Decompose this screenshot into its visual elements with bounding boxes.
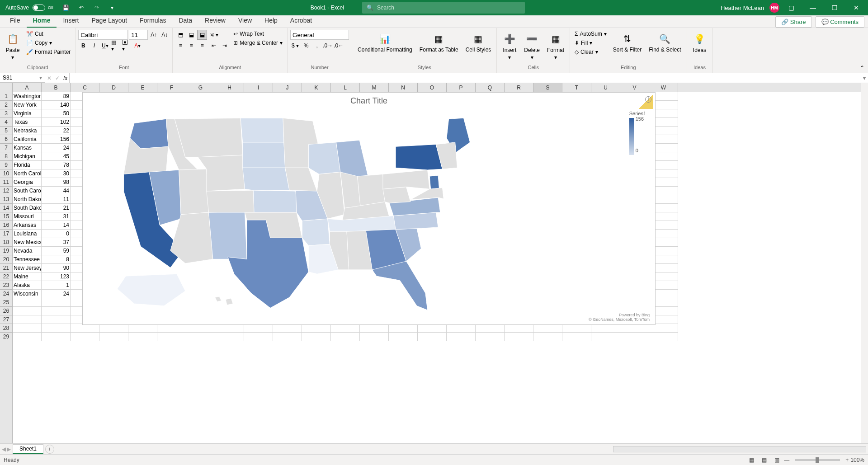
cell[interactable] [418,324,447,333]
cell[interactable]: 37 [42,238,71,247]
cell[interactable]: California [13,135,42,144]
horizontal-scrollbar[interactable] [613,446,866,452]
number-format-select[interactable] [290,30,349,40]
cell[interactable]: 0 [42,230,71,238]
customize-qat-icon[interactable]: ▾ [106,1,118,14]
col-header[interactable]: F [157,83,186,92]
increase-font-icon[interactable]: A↑ [149,30,159,40]
col-header[interactable]: U [591,83,620,92]
cell[interactable] [42,307,71,315]
bold-button[interactable]: B [78,41,88,51]
row-header[interactable]: 3 [0,109,12,118]
cell[interactable]: Michigan [13,152,42,161]
row-header[interactable]: 25 [0,298,12,307]
cell[interactable] [42,315,71,324]
row-header[interactable]: 10 [0,169,12,178]
cell[interactable] [42,324,71,333]
col-header[interactable]: O [418,83,447,92]
cut-button[interactable]: ✂️Cut [24,30,72,38]
cell[interactable]: 123 [42,272,71,281]
sort-filter-button[interactable]: ⇅Sort & Filter [610,30,644,55]
comments-button[interactable]: 💬 Comments [816,16,864,28]
cell[interactable]: Arkansas [13,221,42,230]
cell[interactable] [273,333,302,341]
increase-decimal-icon[interactable]: .0→ [323,41,333,51]
font-color-button[interactable]: A ▾ [132,41,142,51]
cell[interactable]: New Mexico [13,238,42,247]
cell[interactable] [71,324,99,333]
row-header[interactable]: 13 [0,195,12,204]
cell[interactable] [620,324,649,333]
find-select-button[interactable]: 🔍Find & Select [646,30,684,55]
col-header[interactable]: S [533,83,562,92]
cell[interactable] [447,324,476,333]
cell[interactable] [42,333,71,341]
cell[interactable]: 140 [42,101,71,109]
cell[interactable] [562,333,591,341]
cell[interactable] [331,324,360,333]
col-header[interactable]: E [128,83,157,92]
decrease-decimal-icon[interactable]: .0← [334,41,344,51]
row-header[interactable]: 12 [0,187,12,195]
cell[interactable]: 30 [42,169,71,178]
save-icon[interactable]: 💾 [60,1,72,14]
cell[interactable] [476,324,505,333]
zoom-level[interactable]: 100% [850,457,864,463]
tab-acrobat[interactable]: Acrobat [284,14,318,28]
cell[interactable]: Alaska [13,281,42,290]
col-header[interactable]: L [331,83,360,92]
map-chart[interactable]: Chart Title i Series1 156 0 [82,92,656,325]
tab-help[interactable]: Help [258,14,284,28]
increase-indent-icon[interactable]: ⇥ [220,41,230,51]
cell[interactable]: 24 [42,290,71,298]
autosum-button[interactable]: ΣAutoSum ▾ [573,30,609,38]
col-header[interactable]: A [13,83,42,92]
cell[interactable]: 45 [42,152,71,161]
cell[interactable] [244,324,273,333]
cell[interactable] [418,333,447,341]
cell[interactable]: North Dakota [13,195,42,204]
cell[interactable] [273,324,302,333]
chart-title[interactable]: Chart Title [83,93,655,106]
row-header[interactable]: 5 [0,127,12,135]
cell[interactable] [389,333,418,341]
cell[interactable]: 78 [42,161,71,169]
cell[interactable]: Missouri [13,212,42,221]
align-left-icon[interactable]: ≡ [175,41,185,51]
row-header[interactable]: 24 [0,290,12,298]
cell[interactable] [591,324,620,333]
format-table-button[interactable]: ▦Format as Table [417,30,461,55]
tab-view[interactable]: View [232,14,258,28]
cell[interactable] [186,333,215,341]
cell[interactable] [215,324,244,333]
decrease-font-icon[interactable]: A↓ [160,30,170,40]
cell[interactable]: New Jersey [13,264,42,272]
cell[interactable] [505,324,533,333]
border-button[interactable]: ▦ ▾ [111,41,121,51]
sheet-nav-prev-icon[interactable]: ◀ [2,446,6,452]
cell[interactable] [13,315,42,324]
cell[interactable]: North Carolina [13,169,42,178]
cell[interactable]: 31 [42,212,71,221]
row-header[interactable]: 1 [0,92,12,101]
accept-formula-icon[interactable]: ✓ [55,75,60,81]
italic-button[interactable]: I [89,41,99,51]
chart-info-badge[interactable]: i [639,94,653,109]
col-header[interactable]: Q [476,83,505,92]
conditional-formatting-button[interactable]: 📊Conditional Formatting [355,30,415,55]
cell[interactable] [505,333,533,341]
tab-home[interactable]: Home [27,14,57,28]
tab-formulas[interactable]: Formulas [133,14,172,28]
minimize-icon[interactable]: — [803,0,823,15]
zoom-in-icon[interactable]: + [845,457,849,463]
undo-icon[interactable]: ↶ [75,1,88,14]
cell[interactable]: 11 [42,195,71,204]
col-header[interactable]: T [562,83,591,92]
cell[interactable] [360,333,389,341]
formula-input[interactable] [70,73,861,83]
cell[interactable] [157,333,186,341]
zoom-out-icon[interactable]: — [784,457,789,463]
share-button[interactable]: 🔗 Share [775,16,811,28]
cell[interactable]: 21 [42,204,71,212]
row-header[interactable]: 22 [0,272,12,281]
